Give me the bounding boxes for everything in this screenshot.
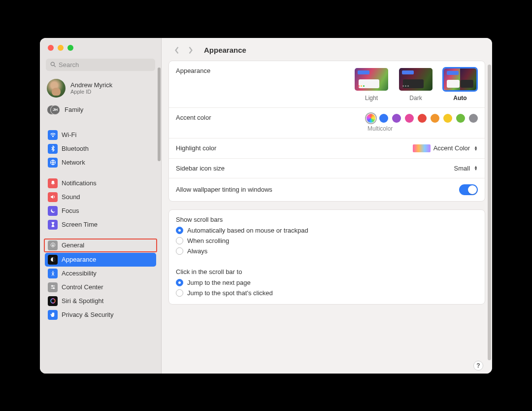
sidebar-size-value: Small [454, 165, 470, 172]
scroll-option-scrolling[interactable]: When scrolling [176, 236, 478, 246]
sidebar-item-appearance[interactable]: Appearance [45, 253, 156, 267]
appearance-label: Appearance [176, 67, 354, 74]
sidebar-item-label: Family [65, 106, 83, 113]
highlight-value: Accent Color [433, 144, 470, 152]
wifi-icon [48, 130, 58, 140]
forward-button[interactable] [185, 45, 196, 56]
profile-sub: Apple ID [70, 89, 112, 95]
page-title: Appearance [204, 46, 246, 54]
sidebar-item-network[interactable]: Network [45, 156, 156, 170]
sidebar-item-accessibility[interactable]: Accessibility [45, 267, 156, 280]
appearance-option-auto[interactable]: Auto [442, 67, 478, 102]
close-icon[interactable] [48, 45, 54, 51]
switches-icon [48, 282, 58, 292]
hourglass-icon [48, 220, 58, 230]
radio-icon [176, 247, 183, 255]
moon-icon [48, 206, 58, 216]
updown-icon: ▲▼ [474, 146, 478, 151]
click-option-spot[interactable]: Jump to the spot that's clicked [176, 288, 478, 298]
option-label: Dark [409, 95, 422, 102]
main-panel: Appearance Appearance Light Dark [162, 38, 492, 374]
sidebar-item-notifications[interactable]: Notifications [45, 176, 156, 190]
sidebar-item-label: Accessibility [62, 269, 97, 278]
accent-blue[interactable] [379, 114, 388, 123]
sidebar-item-wifi[interactable]: Wi-Fi [45, 128, 156, 142]
appearance-options: Light Dark Auto [354, 67, 478, 102]
sidebar-size-label: Sidebar icon size [176, 165, 454, 172]
sidebar-item-profile[interactable]: Andrew Myrick Apple ID [45, 76, 156, 103]
hand-icon [48, 310, 58, 320]
click-scroll-label: Click in the scroll bar to [169, 262, 485, 277]
toolbar: Appearance [162, 38, 492, 61]
accent-green[interactable] [456, 114, 465, 123]
svg-point-6 [52, 271, 53, 272]
sidebar-item-siri[interactable]: Siri & Spotlight [45, 294, 156, 308]
search-icon [50, 61, 57, 68]
radio-icon [176, 237, 183, 244]
click-option-next[interactable]: Jump to the next page [176, 277, 478, 288]
sidebar-item-label: General [62, 241, 84, 250]
sidebar: Search Andrew Myrick Apple ID JH Family [40, 38, 162, 374]
network-icon [48, 158, 58, 168]
sidebar-item-privacy[interactable]: Privacy & Security [45, 308, 156, 322]
search-placeholder: Search [59, 61, 79, 68]
appearance-card: Appearance Light Dark [168, 61, 485, 202]
accent-orange[interactable] [431, 114, 439, 123]
accent-yellow[interactable] [443, 114, 452, 123]
sidebar-item-controlcenter[interactable]: Control Center [45, 280, 156, 294]
accent-red[interactable] [418, 114, 427, 123]
window-controls [40, 38, 161, 56]
profile-name: Andrew Myrick [70, 81, 112, 89]
sidebar-item-sound[interactable]: Sound [45, 190, 156, 204]
appearance-option-light[interactable]: Light [354, 67, 389, 102]
sidebar-item-label: Appearance [62, 255, 96, 264]
sidebar-scrollbar[interactable] [158, 68, 161, 161]
sidebar-size-popup[interactable]: Small ▲▼ [454, 165, 478, 172]
sidebar-item-label: Network [62, 158, 85, 167]
updown-icon: ▲▼ [474, 166, 478, 171]
svg-point-11 [51, 299, 55, 303]
svg-line-1 [54, 66, 56, 67]
bluetooth-icon [48, 144, 58, 154]
back-button[interactable] [171, 45, 182, 56]
accent-multicolor[interactable] [366, 114, 375, 123]
sidebar-item-focus[interactable]: Focus [45, 204, 156, 218]
accent-caption: Multicolor [367, 125, 393, 132]
svg-point-2 [52, 136, 53, 137]
search-input[interactable]: Search [46, 59, 155, 71]
scroll-option-always[interactable]: Always [176, 246, 478, 256]
accent-graphite[interactable] [469, 114, 478, 123]
sidebar-item-label: Wi-Fi [62, 131, 76, 139]
tinting-toggle[interactable] [459, 184, 478, 195]
option-label: Light [365, 95, 378, 102]
siri-icon [48, 296, 58, 306]
svg-point-4 [52, 244, 53, 246]
accent-pink[interactable] [405, 114, 414, 123]
highlight-swatch-icon [413, 144, 431, 152]
sidebar-item-screentime[interactable]: Screen Time [45, 218, 156, 232]
sidebar-item-label: Notifications [62, 179, 97, 188]
scrollbars-label: Show scroll bars [169, 210, 485, 225]
bell-icon [48, 178, 58, 188]
highlight-popup[interactable]: Accent Color ▲▼ [413, 144, 478, 152]
scroll-option-auto[interactable]: Automatically based on mouse or trackpad [176, 225, 478, 236]
radio-icon [176, 289, 183, 297]
accent-color-label: Accent color [176, 114, 366, 121]
svg-point-10 [53, 288, 54, 289]
avatar [47, 79, 66, 98]
accessibility-icon [48, 269, 58, 278]
settings-window: Search Andrew Myrick Apple ID JH Family [40, 38, 492, 374]
accent-color-swatches [366, 114, 478, 123]
zoom-icon[interactable] [67, 45, 73, 51]
gear-icon [48, 240, 58, 250]
accent-purple[interactable] [392, 114, 401, 123]
sidebar-item-bluetooth[interactable]: Bluetooth [45, 142, 156, 156]
main-scrollbar[interactable] [488, 65, 491, 360]
sidebar-item-family[interactable]: JH Family [45, 103, 156, 121]
minimize-icon[interactable] [58, 45, 64, 51]
option-label: Auto [453, 95, 466, 102]
sidebar-item-general[interactable]: General [44, 239, 157, 252]
sidebar-item-label: Control Center [62, 283, 103, 292]
appearance-option-dark[interactable]: Dark [398, 67, 433, 102]
help-button[interactable]: ? [473, 361, 483, 371]
